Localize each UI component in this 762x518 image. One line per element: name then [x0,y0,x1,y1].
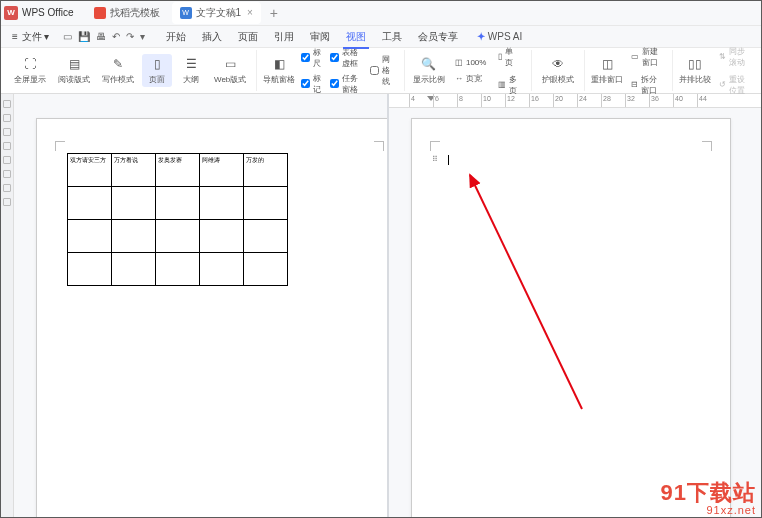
side-tool-icon[interactable] [3,114,11,122]
zoom-100-button[interactable]: ◫100% [451,56,490,69]
task-pane-checkbox[interactable]: 任务窗格 [328,72,364,96]
page-view-label: 页面 [149,74,165,85]
qa-print-icon[interactable]: 🖶 [96,31,106,42]
tab-review[interactable]: 审阅 [303,27,337,47]
table-cell[interactable] [200,220,244,253]
eye-protect-label: 护眼模式 [542,74,574,85]
doc-tab-template[interactable]: 找稻壳模板 [86,2,168,24]
ribbon: ⛶ 全屏显示 ▤ 阅读版式 ✎ 写作模式 ▯ 页面 ☰ 大纲 ▭ Web版式 ◧… [0,48,762,94]
table-header-cell[interactable]: 发奥发赛 [156,154,200,187]
doc-tab-current[interactable]: W 文字文稿1 × [172,2,261,24]
side-by-side-button[interactable]: ▯▯ 并排比较 [679,54,711,87]
markup-checkbox-label: 标记 [313,73,321,95]
new-window-button[interactable]: ▭新建窗口 [627,44,665,70]
qa-open-icon[interactable]: ▭ [63,31,72,42]
table-cell[interactable] [200,187,244,220]
table-cell[interactable] [244,220,288,253]
table-cell[interactable] [244,253,288,286]
qa-save-icon[interactable]: 💾 [78,31,90,42]
doc-tab-label: 找稻壳模板 [110,6,160,20]
qa-redo-icon[interactable]: ↷ [126,31,134,42]
tab-member[interactable]: 会员专享 [411,27,465,47]
table-cell[interactable] [112,253,156,286]
read-mode-button[interactable]: ▤ 阅读版式 [54,54,94,87]
table-cell[interactable] [68,187,112,220]
tab-insert[interactable]: 插入 [195,27,229,47]
ribbon-group-eye: 👁 护眼模式 [532,50,585,91]
side-tool-icon[interactable] [3,128,11,136]
paragraph-handle-icon[interactable]: ⠿ [432,155,438,164]
table-cell[interactable] [68,220,112,253]
fullscreen-button[interactable]: ⛶ 全屏显示 [10,54,50,87]
table-cell[interactable] [156,187,200,220]
ruler-tick: 40 [673,94,683,107]
ruler-checkbox[interactable]: 标尺 [299,46,323,70]
side-toolbar [0,94,14,518]
table-cell[interactable] [112,220,156,253]
table-cell[interactable] [156,253,200,286]
table-cell[interactable] [112,187,156,220]
table-cell[interactable] [244,187,288,220]
document-page-left[interactable]: 双方请安三方 万方看说 发奥发赛 阿维涛 万发的 [36,118,387,518]
ribbon-group-compare: ▯▯ 并排比较 ⇅同步滚动 ↺重设位置 [673,50,758,91]
add-tab-button[interactable]: + [265,5,283,21]
table-header-cell[interactable]: 万方看说 [112,154,156,187]
title-bar: W WPS Office 找稻壳模板 W 文字文稿1 × + [0,0,762,26]
ai-icon: ✦ [477,31,485,42]
left-pane: 双方请安三方 万方看说 发奥发赛 阿维涛 万发的 [14,94,389,518]
table-header-cell[interactable]: 双方请安三方 [68,154,112,187]
table-cell[interactable] [68,253,112,286]
ribbon-group-views: ⛶ 全屏显示 ▤ 阅读版式 ✎ 写作模式 ▯ 页面 ☰ 大纲 ▭ Web版式 [4,50,257,91]
outline-button[interactable]: ☰ 大纲 [176,54,206,87]
table-cell[interactable] [200,253,244,286]
gridlines-checkbox[interactable]: 网格线 [368,53,398,88]
workspace: 双方请安三方 万方看说 发奥发赛 阿维涛 万发的 46 [0,94,762,518]
eye-protect-button[interactable]: 👁 护眼模式 [538,54,578,87]
document-table[interactable]: 双方请安三方 万方看说 发奥发赛 阿维涛 万发的 [67,153,288,286]
web-view-button[interactable]: ▭ Web版式 [210,54,250,87]
write-mode-button[interactable]: ✎ 写作模式 [98,54,138,87]
table-cell[interactable] [156,220,200,253]
show-ratio-button[interactable]: 🔍 显示比例 [411,54,447,87]
side-tool-icon[interactable] [3,142,11,150]
side-tool-icon[interactable] [3,198,11,206]
ruler-tick: 8 [457,94,463,107]
side-tool-icon[interactable] [3,156,11,164]
side-tool-icon[interactable] [3,100,11,108]
qa-undo-icon[interactable]: ↶ [112,31,120,42]
sync-scroll-button[interactable]: ⇅同步滚动 [715,44,752,70]
file-menu-button[interactable]: ≡ 文件 ▾ [6,28,55,46]
arrange-window-button[interactable]: ◫ 重排窗口 [591,54,623,87]
ruler-tick: 44 [697,94,707,107]
document-page-right[interactable]: ⠿ [411,118,731,518]
multi-page-label: 多页 [509,74,521,96]
sync-scroll-label: 同步滚动 [729,46,748,68]
tab-reference[interactable]: 引用 [267,27,301,47]
markup-checkbox[interactable]: 标记 [299,72,323,96]
margin-corner-icon [374,141,384,151]
arrange-window-label: 重排窗口 [591,74,623,85]
ribbon-group-nav: ◧ 导航窗格 标尺 标记 表格虚框 任务窗格 网格线 [257,50,404,91]
qa-more-icon[interactable]: ▾ [140,31,145,42]
wps-ai-button[interactable]: ✦ WPS AI [477,31,522,42]
ruler-tick: 16 [529,94,539,107]
text-cursor-icon [448,155,449,165]
grid-virtual-checkbox[interactable]: 表格虚框 [328,46,364,70]
tab-view[interactable]: 视图 [339,27,373,47]
table-header-cell[interactable]: 万发的 [244,154,288,187]
tab-tools[interactable]: 工具 [375,27,409,47]
page-view-button[interactable]: ▯ 页面 [142,54,172,87]
fullscreen-icon: ⛶ [22,56,38,72]
watermark-number: 91 [661,480,687,505]
nav-pane-button[interactable]: ◧ 导航窗格 [263,54,295,87]
tab-start[interactable]: 开始 [159,27,193,47]
tab-page[interactable]: 页面 [231,27,265,47]
close-icon[interactable]: × [247,7,253,18]
horizontal-ruler[interactable]: 46810121620242832364044 [389,94,762,108]
table-header-cell[interactable]: 阿维涛 [200,154,244,187]
page-width-button[interactable]: ↔页宽 [451,71,490,86]
side-tool-icon[interactable] [3,170,11,178]
new-window-label: 新建窗口 [642,46,661,68]
side-tool-icon[interactable] [3,184,11,192]
single-page-button[interactable]: ▯单页 [494,44,525,70]
